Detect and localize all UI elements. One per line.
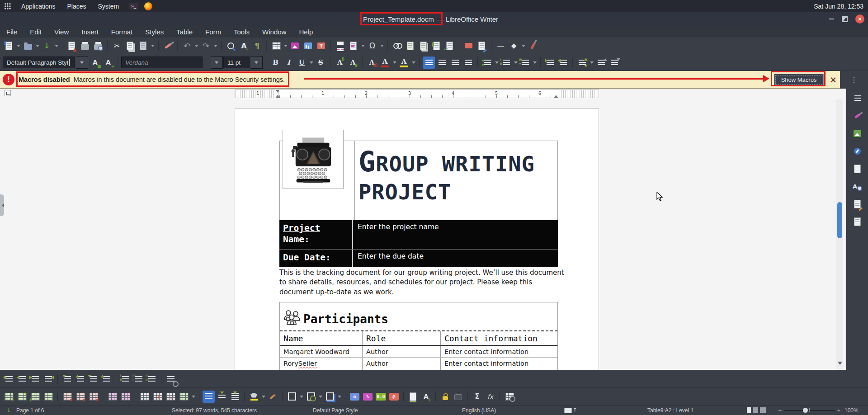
zoom-in-icon[interactable]: + — [837, 407, 840, 414]
font-color-dropdown[interactable] — [392, 57, 397, 69]
open-file-icon[interactable] — [22, 40, 34, 52]
unordered-list-icon[interactable]: ▪▪ — [481, 57, 493, 69]
strikethrough-icon[interactable]: S — [315, 57, 327, 69]
promote-outline-level-icon[interactable] — [16, 373, 28, 385]
zoom-slider-handle[interactable] — [803, 408, 808, 413]
participant-role[interactable]: Author — [363, 346, 441, 357]
optimize-size-icon[interactable] — [178, 391, 190, 403]
border-color-dropdown[interactable] — [318, 391, 323, 403]
split-cells-icon[interactable]: I — [151, 391, 164, 403]
increase-paragraph-spacing-icon[interactable] — [595, 57, 607, 69]
right-indent-marker[interactable] — [554, 93, 558, 98]
project-info-value[interactable]: Enter the due date — [353, 250, 558, 267]
horizontal-line-icon[interactable]: — — [495, 40, 507, 52]
selection-mode-icon[interactable] — [564, 408, 572, 413]
scrollbar-thumb[interactable] — [837, 202, 842, 238]
delete-column-icon[interactable]: × — [74, 391, 86, 403]
center-vertically-icon[interactable] — [216, 391, 228, 403]
print-preview-icon[interactable] — [92, 40, 104, 52]
update-style-icon[interactable]: A● — [89, 57, 101, 69]
project-info-row[interactable]: Due Date: Enter the due date — [279, 250, 558, 267]
select-cell-icon[interactable] — [106, 391, 118, 403]
menu-item[interactable]: Styles — [139, 26, 170, 38]
promote-with-subpoints-icon[interactable] — [42, 373, 54, 385]
insert-formula-icon[interactable]: fx — [484, 391, 496, 403]
insert-caption-icon[interactable] — [407, 391, 419, 403]
paste-icon[interactable] — [137, 40, 149, 52]
underline-dropdown[interactable] — [309, 57, 314, 69]
insert-unnumbered-entry-icon[interactable]: III — [119, 373, 132, 385]
menu-item[interactable]: Form — [199, 26, 227, 38]
undo-icon[interactable]: ↶ — [181, 40, 193, 52]
status-page-style[interactable]: Default Page Style — [313, 407, 358, 414]
basic-shapes-icon[interactable]: ◆ — [508, 40, 520, 52]
select-table-icon[interactable] — [119, 391, 132, 403]
firefox-launcher-icon[interactable] — [144, 2, 152, 10]
sidebar-page-icon[interactable] — [853, 164, 863, 174]
project-info-row[interactable]: Project Name: Enter the project name — [279, 220, 558, 250]
track-changes-icon[interactable] — [476, 40, 488, 52]
sidebar-navigator-icon[interactable] — [853, 146, 863, 156]
new-document-icon[interactable]: ▮ — [3, 40, 15, 52]
zoom-out-icon[interactable]: – — [778, 407, 782, 414]
table-background-color-dropdown[interactable] — [261, 391, 266, 403]
sidebar-show-handle[interactable] — [0, 194, 4, 216]
italic-icon[interactable]: I — [283, 57, 295, 69]
print-icon[interactable] — [79, 40, 91, 52]
menu-item[interactable]: View — [48, 26, 75, 38]
intro-paragraph[interactable]: This is the tracking document for our gr… — [279, 268, 564, 297]
number-format-date-icon[interactable]: @ — [388, 391, 400, 403]
outline-list-icon[interactable]: III= — [519, 57, 531, 69]
sidebar-manage-changes-icon[interactable] — [853, 199, 863, 209]
apps-grid-icon[interactable] — [4, 3, 11, 9]
menu-item[interactable]: Help — [292, 26, 319, 38]
move-down-with-subpoints-icon[interactable] — [87, 373, 99, 385]
bold-icon[interactable]: B — [269, 57, 282, 69]
subscript-icon[interactable]: AB — [347, 57, 359, 69]
borders-icon[interactable] — [286, 391, 298, 403]
font-size-combo[interactable]: 11 pt — [223, 57, 250, 68]
autoformat-table-icon[interactable]: A+ — [420, 391, 432, 403]
clear-formatting-icon[interactable]: Aⓧ — [366, 57, 378, 69]
number-format-currency-icon[interactable]: o — [349, 391, 361, 403]
insert-page-break-icon[interactable] — [334, 40, 346, 52]
typewriter-image[interactable] — [283, 130, 344, 189]
special-character-icon[interactable]: Ω — [366, 40, 378, 52]
scroll-down-icon[interactable] — [838, 362, 842, 367]
insert-comment-icon[interactable] — [462, 40, 475, 52]
sum-icon[interactable]: Σ — [471, 391, 483, 403]
delete-row-icon[interactable]: × — [61, 391, 73, 403]
undo-dropdown[interactable] — [194, 40, 199, 52]
menu-item[interactable]: File — [0, 26, 24, 38]
special-character-dropdown[interactable] — [379, 40, 384, 52]
insert-footnote-icon[interactable] — [404, 40, 416, 52]
export-pdf-icon[interactable]: ▲ — [66, 40, 78, 52]
align-bottom-icon[interactable] — [229, 391, 241, 403]
participant-row[interactable]: Margaret Woodward Author Enter contact i… — [280, 346, 557, 358]
no-list-icon[interactable]: IIIII — [146, 373, 158, 385]
merge-cells-icon[interactable] — [138, 391, 151, 403]
superscript-icon[interactable]: AB — [334, 57, 346, 69]
single-page-view-icon[interactable] — [747, 407, 751, 413]
border-color-icon[interactable] — [305, 391, 317, 403]
line-spacing-dropdown[interactable] — [589, 57, 594, 69]
number-format-percent-icon[interactable]: % — [362, 391, 374, 403]
copy-icon[interactable] — [124, 40, 136, 52]
insert-text-box-icon[interactable]: T — [315, 40, 327, 52]
menu-item[interactable]: Table — [170, 26, 199, 38]
table-background-color-icon[interactable] — [248, 391, 260, 403]
participant-row[interactable]: Rory Seiler Author Enter contact informa… — [280, 358, 557, 369]
font-name-combo[interactable]: Verdana — [121, 57, 203, 68]
terminal-launcher-icon[interactable]: >_ — [129, 3, 138, 9]
align-center-icon[interactable] — [436, 57, 448, 69]
new-document-dropdown[interactable] — [16, 40, 21, 52]
align-left-icon[interactable] — [423, 57, 435, 69]
find-replace-icon[interactable] — [225, 40, 237, 52]
align-right-icon[interactable] — [449, 57, 461, 69]
outline-list-dropdown[interactable] — [532, 57, 537, 69]
participant-role[interactable]: Author — [363, 358, 441, 369]
horizontal-ruler[interactable]: 1 123456 — [235, 90, 599, 98]
insert-image-icon[interactable] — [289, 40, 301, 52]
menu-item[interactable]: Tools — [227, 26, 256, 38]
menu-item[interactable]: Window — [256, 26, 292, 38]
